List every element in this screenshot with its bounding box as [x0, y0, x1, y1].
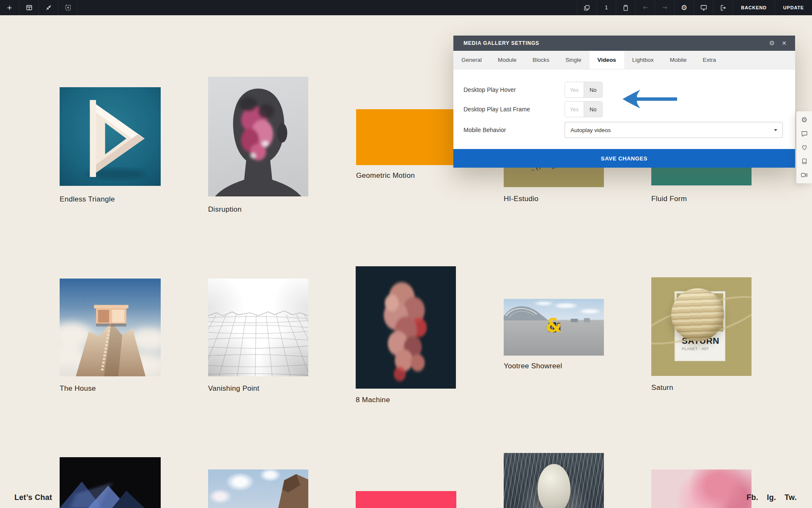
- side-toolbar: ⚙: [796, 111, 812, 183]
- pearl-sphere: [538, 464, 571, 508]
- cliff-graphic: [208, 469, 308, 508]
- redo-icon: [661, 4, 669, 11]
- display-icon: [700, 4, 708, 11]
- layout-icon: [25, 4, 33, 11]
- twitter-link[interactable]: Tw.: [785, 493, 797, 502]
- gallery-caption[interactable]: Vanishing Point: [208, 384, 259, 393]
- gallery-item-disruption[interactable]: [208, 77, 308, 196]
- layout-button[interactable]: [19, 0, 39, 15]
- select-value: Autoplay videos: [571, 127, 611, 133]
- preview-button[interactable]: [694, 0, 713, 15]
- setting-label-desktop-play-last-frame: Desktop Play Last Frame: [464, 106, 530, 113]
- duplicate-button[interactable]: [577, 0, 596, 15]
- instagram-link[interactable]: Ig.: [767, 493, 776, 502]
- tab-single[interactable]: Single: [557, 51, 590, 69]
- house-on-clouds-graphic: [60, 279, 161, 376]
- collapse-icon: [45, 4, 52, 11]
- tab-lightbox[interactable]: Lightbox: [624, 51, 662, 69]
- vignette-overlay: [208, 279, 308, 376]
- gallery-caption[interactable]: Geometric Motion: [356, 171, 415, 180]
- backend-button[interactable]: BACKEND: [732, 0, 775, 15]
- gallery-item-ocean[interactable]: [504, 453, 604, 508]
- duplicate-icon: [583, 4, 590, 11]
- undo-icon: [642, 4, 649, 11]
- facebook-link[interactable]: Fb.: [746, 493, 758, 502]
- desktop-play-hover-toggle[interactable]: Yes No: [565, 82, 603, 98]
- gallery-item-saturn[interactable]: SATURN PLANET - #07: [651, 277, 752, 376]
- setting-label-mobile-behavior: Mobile Behavior: [464, 127, 506, 133]
- flesh-blob-graphic: [356, 266, 456, 389]
- clipboard-icon: [622, 4, 629, 11]
- gallery-item-8-machine[interactable]: [356, 266, 456, 389]
- tab-blocks[interactable]: Blocks: [524, 51, 557, 69]
- gallery-caption[interactable]: Endless Triangle: [60, 195, 115, 204]
- gallery-caption[interactable]: Saturn: [651, 384, 673, 392]
- comment-icon[interactable]: [800, 129, 809, 138]
- gear-icon[interactable]: ⚙: [769, 36, 775, 51]
- builder-canvas: 1 ⚙ BACKEND UPDATE: [0, 0, 812, 508]
- setting-label-desktop-play-hover: Desktop Play Hover: [464, 86, 516, 93]
- video-camera-icon[interactable]: [800, 170, 809, 179]
- penrose-triangle-graphic: [60, 87, 161, 186]
- mobile-behavior-select[interactable]: Autoplay videos: [565, 122, 783, 138]
- gallery-caption[interactable]: Fluid Form: [651, 195, 687, 203]
- gear-icon: ⚙: [681, 3, 687, 12]
- tab-mobile[interactable]: Mobile: [662, 51, 695, 69]
- gallery-caption[interactable]: The House: [60, 384, 96, 393]
- toggle-option-no[interactable]: No: [584, 102, 603, 117]
- journal-icon[interactable]: [800, 157, 809, 166]
- gallery-item-endless-triangle[interactable]: [60, 87, 161, 186]
- gallery-item-sky[interactable]: [208, 469, 308, 508]
- saturn-card-subtitle: PLANET - #07: [682, 347, 724, 351]
- desktop-play-last-frame-toggle[interactable]: Yes No: [565, 101, 603, 117]
- modal-title: MEDIA GALLERY SETTINGS: [464, 40, 539, 46]
- gallery-item-flower[interactable]: [651, 469, 752, 508]
- annotation-arrow-icon: [621, 88, 678, 110]
- saturn-planet: [671, 288, 724, 341]
- modal-header[interactable]: MEDIA GALLERY SETTINGS ⚙ ✕: [453, 36, 795, 51]
- page-count: 1: [596, 0, 616, 15]
- page-count-value: 1: [605, 5, 608, 11]
- save-changes-button[interactable]: SAVE CHANGES: [453, 149, 795, 168]
- gallery-caption[interactable]: 8 Machine: [356, 396, 390, 404]
- close-icon[interactable]: ✕: [782, 36, 787, 51]
- gallery-item-pink-block[interactable]: [356, 491, 456, 508]
- add-button[interactable]: [0, 0, 19, 15]
- exit-icon: [719, 4, 727, 11]
- lets-chat-link[interactable]: Let’s Chat: [14, 493, 52, 502]
- dropdown-caret-icon: [774, 129, 777, 131]
- exit-button[interactable]: [713, 0, 732, 15]
- top-toolbar: 1 ⚙ BACKEND UPDATE: [0, 0, 812, 15]
- gallery-caption[interactable]: Disruption: [208, 205, 242, 214]
- select-area-button[interactable]: [58, 0, 78, 15]
- gear-icon[interactable]: ⚙: [800, 115, 809, 124]
- gallery-caption[interactable]: Yootree Showreel: [504, 362, 562, 370]
- update-button[interactable]: UPDATE: [775, 0, 812, 15]
- toggle-option-yes[interactable]: Yes: [565, 82, 584, 97]
- select-area-icon: [64, 4, 72, 11]
- gallery-item-yootree-showreel[interactable]: &: [504, 299, 604, 356]
- gallery-item-vanishing-point[interactable]: [208, 279, 308, 376]
- clipboard-button[interactable]: [616, 0, 635, 15]
- redo-button[interactable]: [655, 0, 674, 15]
- painted-head-graphic: [208, 77, 308, 196]
- settings-button[interactable]: ⚙: [674, 0, 694, 15]
- modal-tab-bar: General Module Blocks Single Videos Ligh…: [453, 51, 795, 69]
- tab-extra[interactable]: Extra: [694, 51, 724, 69]
- tab-videos[interactable]: Videos: [590, 51, 624, 69]
- undo-button[interactable]: [635, 0, 655, 15]
- tab-module[interactable]: Module: [490, 51, 524, 69]
- ampersand-overlay: &: [546, 314, 562, 336]
- gallery-item-geometric-motion[interactable]: [356, 109, 456, 165]
- heart-icon[interactable]: [800, 143, 809, 152]
- collapse-button[interactable]: [39, 0, 58, 15]
- add-icon: [6, 4, 13, 11]
- crystal-prism-graphic: [60, 457, 161, 508]
- toggle-option-yes[interactable]: Yes: [565, 102, 584, 117]
- social-links: Fb. Ig. Tw.: [746, 493, 797, 502]
- gallery-caption[interactable]: HI-Estudio: [504, 195, 538, 203]
- toggle-option-no[interactable]: No: [584, 82, 603, 97]
- tab-general[interactable]: General: [453, 51, 490, 69]
- gallery-item-the-house[interactable]: [60, 279, 161, 376]
- gallery-item-crystal[interactable]: [60, 457, 161, 508]
